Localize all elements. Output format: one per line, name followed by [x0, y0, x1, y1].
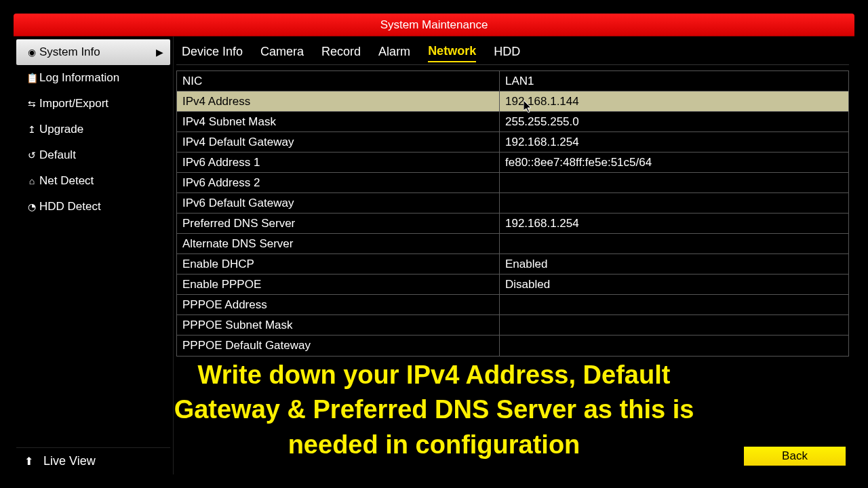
sidebar-item-label: Net Detect [39, 174, 94, 188]
row-label: PPPOE Default Gateway [177, 336, 500, 356]
main-panel: Device InfoCameraRecordAlarmNetworkHDD N… [174, 37, 854, 474]
sidebar-item-system-info[interactable]: ◉System Info▶ [16, 39, 170, 65]
tab-camera[interactable]: Camera [260, 42, 304, 62]
row-value [500, 295, 848, 314]
sidebar-item-system-info-icon: ◉ [24, 47, 39, 58]
sidebar-item-default[interactable]: ↺Default [16, 142, 170, 168]
sidebar-item-upgrade[interactable]: ↥Upgrade [16, 117, 170, 142]
window-body: ◉System Info▶📋Log Information⇆Import/Exp… [14, 37, 854, 474]
row-value: Disabled [500, 274, 848, 294]
row-value [500, 173, 848, 192]
table-row: Alternate DNS Server [177, 234, 848, 254]
table-row: IPv4 Subnet Mask255.255.255.0 [177, 112, 848, 132]
tab-record[interactable]: Record [321, 42, 361, 62]
row-value: 255.255.255.0 [500, 112, 848, 131]
table-row: IPv6 Address 2 [177, 173, 848, 193]
row-label: PPPOE Address [177, 295, 500, 314]
page-title: System Maintenance [380, 18, 488, 32]
tab-network[interactable]: Network [428, 41, 476, 62]
back-label: Back [782, 449, 808, 463]
sidebar-item-default-icon: ↺ [24, 150, 39, 161]
network-table: NICLAN1IPv4 Address192.168.1.144IPv4 Sub… [176, 70, 849, 357]
table-row: Preferred DNS Server192.168.1.254 [177, 214, 848, 234]
row-value [500, 193, 848, 213]
table-row: PPPOE Address [177, 295, 848, 315]
row-value [500, 315, 848, 335]
row-label: IPv4 Default Gateway [177, 132, 500, 152]
live-view-button[interactable]: ⬆ Live View [16, 447, 170, 474]
tab-hdd[interactable]: HDD [494, 42, 520, 62]
sidebar-item-label: System Info [39, 45, 100, 59]
titlebar: System Maintenance [14, 14, 854, 37]
row-value: fe80::8ee7:48ff:fe5e:51c5/64 [500, 152, 848, 172]
live-view-label: Live View [43, 454, 96, 468]
table-row: Enable PPPOEDisabled [177, 274, 848, 295]
sidebar-item-log-info-icon: 📋 [24, 73, 39, 83]
sidebar-item-label: HDD Detect [39, 200, 101, 214]
back-button[interactable]: Back [743, 446, 846, 466]
home-icon: ⬆ [24, 455, 39, 468]
table-row: IPv6 Default Gateway [177, 193, 848, 214]
row-value: Enabled [500, 254, 848, 274]
row-label: Alternate DNS Server [177, 234, 500, 253]
row-label: PPPOE Subnet Mask [177, 315, 500, 335]
table-row: IPv4 Address192.168.1.144 [177, 92, 848, 112]
table-row: Enable DHCPEnabled [177, 254, 848, 274]
sidebar-item-log-info[interactable]: 📋Log Information [16, 65, 170, 91]
row-value [500, 234, 848, 253]
row-label: IPv6 Address 1 [177, 152, 500, 172]
table-row: IPv6 Address 1fe80::8ee7:48ff:fe5e:51c5/… [177, 152, 848, 173]
sidebar-item-import-export[interactable]: ⇆Import/Export [16, 91, 170, 117]
table-row: PPPOE Default Gateway [177, 336, 848, 356]
row-value: LAN1 [500, 71, 848, 91]
table-header: NICLAN1 [177, 71, 848, 92]
sidebar-item-label: Upgrade [39, 123, 83, 136]
row-label: Enable PPPOE [177, 274, 500, 294]
sidebar-item-net-detect-icon: ⌂ [24, 176, 39, 186]
sidebar-item-hdd-detect-icon: ◔ [24, 201, 39, 212]
window: System Maintenance ◉System Info▶📋Log Inf… [12, 12, 856, 476]
sidebar-item-label: Default [39, 148, 76, 162]
chevron-right-icon: ▶ [156, 47, 163, 58]
row-value: 192.168.1.254 [500, 214, 848, 233]
tab-device-info[interactable]: Device Info [182, 42, 243, 62]
row-value: 192.168.1.144 [500, 92, 848, 111]
table-row: IPv4 Default Gateway192.168.1.254 [177, 132, 848, 152]
row-label: IPv6 Address 2 [177, 173, 500, 192]
tab-alarm[interactable]: Alarm [378, 42, 410, 62]
sidebar-item-net-detect[interactable]: ⌂Net Detect [16, 168, 170, 194]
row-label: NIC [177, 71, 500, 91]
row-value: 192.168.1.254 [500, 132, 848, 152]
row-value [500, 336, 848, 356]
row-label: Enable DHCP [177, 254, 500, 274]
table-row: PPPOE Subnet Mask [177, 315, 848, 336]
row-label: Preferred DNS Server [177, 214, 500, 233]
sidebar-item-import-export-icon: ⇆ [24, 98, 39, 109]
sidebar-item-upgrade-icon: ↥ [24, 124, 39, 135]
sidebar-item-label: Log Information [39, 71, 119, 85]
row-label: IPv4 Address [177, 92, 500, 111]
sidebar-item-hdd-detect[interactable]: ◔HDD Detect [16, 194, 170, 220]
sidebar: ◉System Info▶📋Log Information⇆Import/Exp… [14, 37, 174, 474]
row-label: IPv6 Default Gateway [177, 193, 500, 213]
sidebar-item-label: Import/Export [39, 97, 108, 110]
tabs: Device InfoCameraRecordAlarmNetworkHDD [176, 39, 849, 65]
row-label: IPv4 Subnet Mask [177, 112, 500, 131]
